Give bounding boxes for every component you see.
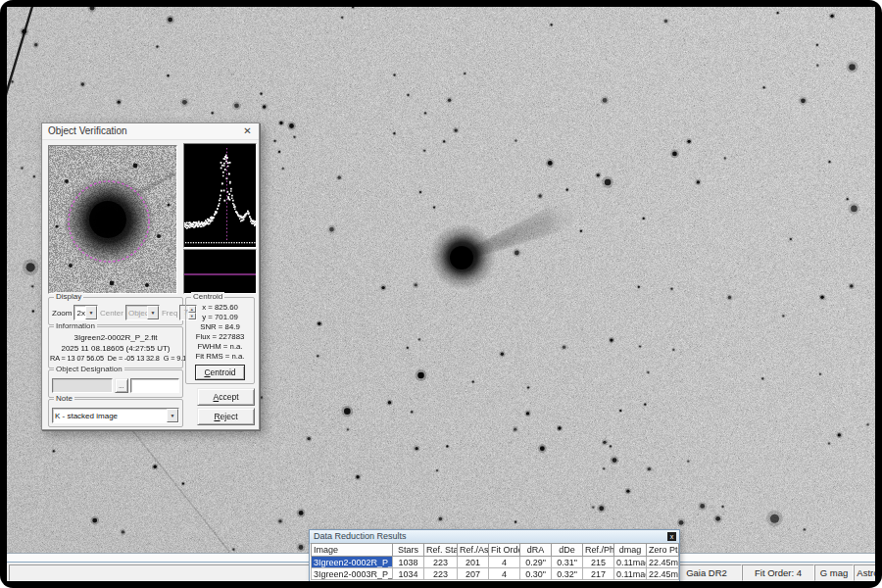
browse-button[interactable]: ...: [115, 378, 128, 393]
centroid-fitrms: Fit RMS = n.a.: [186, 352, 254, 362]
image-filename: 3Igreen2-0002R_P_2.fit: [50, 333, 181, 344]
status-cell-catalog: Gaia DR2: [671, 564, 742, 581]
workspace: Object Verification ✕ Display Zoom 2x ▼ …: [7, 7, 875, 581]
centroid-flux: Flux = 227883: [186, 332, 254, 342]
object-verification-dialog: Object Verification ✕ Display Zoom 2x ▼ …: [41, 122, 260, 430]
app-window: Object Verification ✕ Display Zoom 2x ▼ …: [0, 0, 882, 588]
zoom-label: Zoom: [52, 309, 72, 318]
zoom-select[interactable]: 2x ▼: [74, 305, 97, 320]
close-icon[interactable]: x: [667, 532, 676, 541]
results-table: Image Stars Ref. Stars Ref./Ast. Fit Ord…: [311, 543, 679, 580]
chevron-down-icon[interactable]: ▼: [147, 306, 159, 319]
status-cell-fit-order: Fit Order: 4: [742, 564, 814, 581]
chevron-down-icon[interactable]: ▼: [85, 306, 97, 319]
centroid-fwhm: FWHM = n.a.: [186, 342, 254, 352]
observation-datetime: 2025 11 08.18605 (4:27:55 UT): [50, 344, 181, 355]
status-cell-mag-band: G mag: [814, 564, 854, 581]
centroid-snr: SNR = 84.9: [186, 322, 254, 332]
object-designation-legend: Object Designation: [54, 365, 124, 374]
freq-label: Freq: [162, 309, 177, 318]
centroid-x: x = 825.60: [186, 303, 254, 313]
close-icon[interactable]: ✕: [241, 124, 254, 137]
centroid-legend: Centroid: [191, 292, 224, 302]
centroid-group: Centroid x = 825.60 y = 701.09 SNR = 84.…: [185, 297, 255, 384]
results-title: Data Reduction Results: [314, 531, 407, 541]
status-cell-partial: Astrome: [854, 564, 875, 581]
note-legend: Note: [54, 394, 74, 404]
object-zoom-preview: [48, 145, 177, 294]
data-reduction-results-window: Data Reduction Results x Image Stars Ref…: [309, 529, 680, 581]
center-select[interactable]: Object ▼: [125, 305, 160, 320]
designation-field[interactable]: [52, 378, 113, 393]
coordinates-line: RA = 13 07 56.05 De = -05 13 32.8 G = 9.…: [50, 354, 181, 365]
dialog-title: Object Verification: [48, 125, 127, 136]
reject-button[interactable]: Reject: [197, 408, 255, 425]
accept-button[interactable]: Accept: [197, 388, 255, 406]
dialog-title-bar[interactable]: Object Verification ✕: [42, 123, 259, 140]
display-legend: Display: [54, 292, 83, 302]
information-legend: Information: [54, 321, 97, 331]
information-group: Information 3Igreen2-0002R_P_2.fit 2025 …: [48, 326, 183, 368]
background-profile-plot: [183, 249, 257, 294]
note-group: Note K - stacked image ▼: [48, 399, 183, 427]
chevron-down-icon[interactable]: ▼: [167, 409, 178, 422]
results-title-bar[interactable]: Data Reduction Results x: [310, 530, 679, 544]
table-row[interactable]: 3Igreen2-0003R_P_2.fit 1034 223 207 4 0.…: [312, 568, 679, 580]
note-select[interactable]: K - stacked image ▼: [52, 408, 179, 423]
psf-profile-plot: [183, 143, 257, 248]
centroid-y: y = 701.09: [186, 313, 254, 322]
table-row[interactable]: 3Igreen2-0002R_P_2.fit 1038 223 201 4 0.…: [312, 557, 679, 568]
centroid-button[interactable]: Centroid: [195, 365, 245, 380]
designation-field-2[interactable]: [130, 378, 179, 393]
center-label: Center: [100, 309, 123, 318]
results-header-row: Image Stars Ref. Stars Ref./Ast. Fit Ord…: [312, 544, 679, 557]
